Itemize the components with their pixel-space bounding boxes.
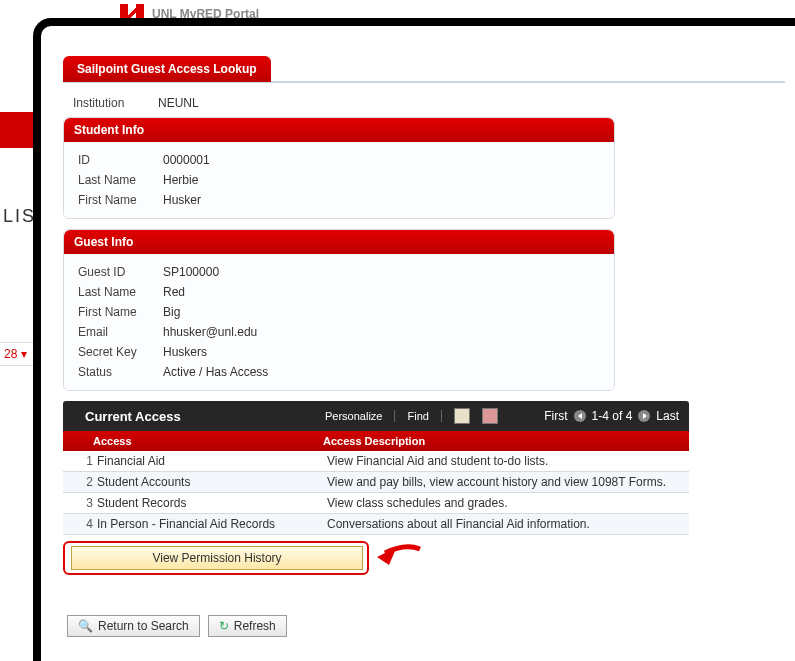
- guest-info-heading: Guest Info: [64, 230, 614, 254]
- table-row: 1Financial AidView Financial Aid and stu…: [63, 451, 689, 472]
- guest-secret-label: Secret Key: [78, 345, 163, 359]
- return-to-search-label: Return to Search: [98, 619, 189, 633]
- zoom-grid-icon[interactable]: [454, 408, 470, 424]
- grid-next-icon[interactable]: [638, 410, 650, 422]
- guest-id-value: SP100000: [163, 265, 219, 279]
- row-access: Student Accounts: [93, 475, 327, 489]
- partial-text-lis: LIS: [3, 206, 36, 227]
- row-index: 1: [73, 454, 93, 468]
- table-row: 3Student RecordsView class schedules and…: [63, 493, 689, 514]
- institution-label: Institution: [73, 96, 158, 110]
- grid-first[interactable]: First: [544, 409, 567, 423]
- row-access: In Person - Financial Aid Records: [93, 517, 327, 531]
- row-access: Financial Aid: [93, 454, 327, 468]
- current-access-grid: Current Access Personalize Find First 1-…: [63, 401, 689, 575]
- guest-email-value: hhusker@unl.edu: [163, 325, 257, 339]
- row-index: 4: [73, 517, 93, 531]
- row-index: 2: [73, 475, 93, 489]
- row-desc: Conversations about all Financial Aid in…: [327, 517, 679, 531]
- left-red-bar: [0, 112, 33, 148]
- institution-value: NEUNL: [158, 96, 199, 110]
- guest-last-value: Red: [163, 285, 185, 299]
- callout-arrow-icon: [365, 541, 425, 571]
- refresh-icon: ↻: [219, 619, 229, 633]
- guest-info-box: Guest Info Guest IDSP100000 Last NameRed…: [63, 229, 615, 391]
- row-access: Student Records: [93, 496, 327, 510]
- student-id-label: ID: [78, 153, 163, 167]
- grid-prev-icon[interactable]: [574, 410, 586, 422]
- student-first-value: Husker: [163, 193, 201, 207]
- view-permission-history-label: View Permission History: [152, 551, 281, 565]
- student-id-value: 0000001: [163, 153, 210, 167]
- row-index: 3: [73, 496, 93, 510]
- guest-first-label: First Name: [78, 305, 163, 319]
- refresh-button[interactable]: ↻ Refresh: [208, 615, 287, 637]
- guest-status-label: Status: [78, 365, 163, 379]
- grid-title: Current Access: [73, 409, 325, 424]
- guest-last-label: Last Name: [78, 285, 163, 299]
- personalize-link[interactable]: Personalize: [325, 410, 382, 422]
- student-info-box: Student Info ID0000001 Last NameHerbie F…: [63, 117, 615, 219]
- table-row: 2Student AccountsView and pay bills, vie…: [63, 472, 689, 493]
- grid-range: 1-4 of 4: [592, 409, 633, 423]
- student-last-value: Herbie: [163, 173, 198, 187]
- left-count-tag[interactable]: 28 ▾: [0, 342, 33, 366]
- guest-first-value: Big: [163, 305, 180, 319]
- page-tab-label: Sailpoint Guest Access Lookup: [77, 62, 257, 76]
- page-tab[interactable]: Sailpoint Guest Access Lookup: [63, 56, 271, 82]
- search-icon: 🔍: [78, 619, 93, 633]
- find-link[interactable]: Find: [407, 410, 428, 422]
- guest-id-label: Guest ID: [78, 265, 163, 279]
- modal-panel: Sailpoint Guest Access Lookup Institutio…: [33, 18, 795, 661]
- view-history-highlight: View Permission History: [63, 541, 369, 575]
- guest-email-label: Email: [78, 325, 163, 339]
- grid-last[interactable]: Last: [656, 409, 679, 423]
- student-info-heading: Student Info: [64, 118, 614, 142]
- guest-secret-value: Huskers: [163, 345, 207, 359]
- return-to-search-button[interactable]: 🔍 Return to Search: [67, 615, 200, 637]
- guest-status-value: Active / Has Access: [163, 365, 268, 379]
- col-desc-header[interactable]: Access Description: [323, 435, 679, 447]
- view-permission-history-button[interactable]: View Permission History: [71, 546, 363, 570]
- row-desc: View class schedules and grades.: [327, 496, 679, 510]
- row-desc: View and pay bills, view account history…: [327, 475, 679, 489]
- refresh-label: Refresh: [234, 619, 276, 633]
- row-desc: View Financial Aid and student to-do lis…: [327, 454, 679, 468]
- col-access-header[interactable]: Access: [93, 435, 323, 447]
- student-first-label: First Name: [78, 193, 163, 207]
- student-last-label: Last Name: [78, 173, 163, 187]
- table-row: 4In Person - Financial Aid RecordsConver…: [63, 514, 689, 535]
- download-grid-icon[interactable]: [482, 408, 498, 424]
